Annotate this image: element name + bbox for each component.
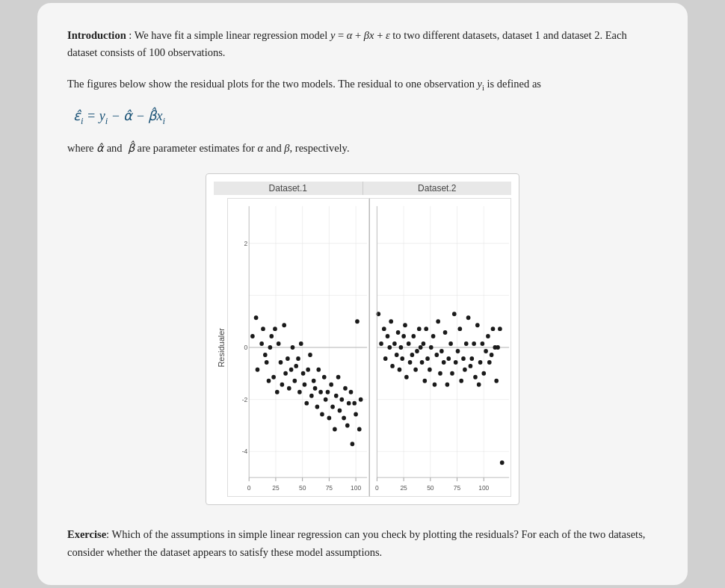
svg-point-58 <box>330 405 335 409</box>
svg-point-145 <box>459 379 463 383</box>
svg-point-117 <box>411 335 416 339</box>
svg-point-132 <box>436 320 440 324</box>
svg-point-111 <box>401 335 406 339</box>
exercise-text: : Which of the assumptions in simple lin… <box>67 528 645 557</box>
svg-point-24 <box>271 375 276 380</box>
svg-text:50: 50 <box>427 484 434 492</box>
svg-text:0: 0 <box>244 344 248 351</box>
main-card: Introduction : We have fit a simple line… <box>37 3 688 585</box>
svg-point-17 <box>259 341 264 346</box>
svg-point-16 <box>256 368 260 372</box>
svg-point-61 <box>336 375 341 380</box>
svg-point-163 <box>491 327 496 332</box>
svg-text:-2: -2 <box>242 396 248 403</box>
svg-point-122 <box>420 360 425 365</box>
formula-block: ε̂i = yi − α̂ − β̂xi <box>67 108 658 127</box>
svg-point-40 <box>299 341 303 346</box>
svg-point-100 <box>383 356 388 361</box>
svg-point-110 <box>400 356 404 361</box>
svg-point-15 <box>254 316 259 321</box>
svg-point-74 <box>359 397 363 402</box>
chart-area: Residualer <box>214 198 511 497</box>
svg-point-19 <box>263 353 268 357</box>
svg-point-138 <box>446 356 451 361</box>
svg-point-123 <box>422 341 426 346</box>
svg-point-165 <box>494 379 499 383</box>
svg-point-56 <box>327 416 332 421</box>
svg-text:25: 25 <box>272 484 280 492</box>
introduction-block: Introduction : We have fit a simple line… <box>67 27 658 61</box>
svg-point-156 <box>478 360 483 365</box>
svg-point-158 <box>481 371 486 376</box>
svg-text:50: 50 <box>299 484 306 492</box>
svg-point-152 <box>472 341 476 346</box>
svg-point-144 <box>458 327 463 332</box>
svg-point-151 <box>469 356 474 361</box>
svg-point-57 <box>329 383 333 387</box>
svg-point-140 <box>450 371 454 376</box>
svg-point-124 <box>423 379 428 383</box>
where-block: where α̂ and β̂ are parameter estimates … <box>67 140 658 157</box>
svg-text:0: 0 <box>247 484 251 492</box>
svg-point-109 <box>399 345 404 350</box>
svg-point-50 <box>316 368 321 372</box>
svg-point-146 <box>461 356 466 361</box>
svg-point-64 <box>342 416 346 421</box>
svg-point-108 <box>398 368 402 372</box>
svg-point-166 <box>496 345 500 350</box>
svg-point-55 <box>326 390 330 394</box>
svg-point-141 <box>452 312 457 317</box>
svg-point-36 <box>292 379 297 383</box>
svg-point-107 <box>396 331 401 335</box>
plot-panel-2: 0 25 50 75 100 <box>369 198 511 497</box>
svg-point-23 <box>269 335 274 339</box>
chart-container: Dataset.1 Dataset.2 Residualer <box>206 173 519 505</box>
svg-point-157 <box>481 341 485 346</box>
dataset1-title: Dataset.1 <box>214 182 362 195</box>
svg-point-102 <box>388 345 392 350</box>
svg-point-65 <box>343 386 348 391</box>
svg-point-125 <box>424 327 428 332</box>
svg-point-129 <box>431 335 436 339</box>
svg-text:2: 2 <box>244 240 248 247</box>
residual-definition-sentence: The figures below show the residual plot… <box>67 75 658 94</box>
svg-point-20 <box>265 360 269 365</box>
svg-point-135 <box>442 360 446 365</box>
svg-point-112 <box>403 324 407 328</box>
svg-point-106 <box>395 353 399 357</box>
svg-point-60 <box>334 394 339 398</box>
svg-point-120 <box>417 327 422 332</box>
svg-point-133 <box>438 371 442 376</box>
svg-point-147 <box>463 368 467 372</box>
svg-point-32 <box>286 356 290 361</box>
exercise-block: Exercise: Which of the assumptions in si… <box>67 526 658 560</box>
svg-text:100: 100 <box>351 484 361 492</box>
svg-point-41 <box>301 371 306 376</box>
svg-point-38 <box>296 356 300 361</box>
svg-point-150 <box>469 364 473 368</box>
svg-point-35 <box>291 345 295 350</box>
svg-point-118 <box>413 368 418 372</box>
svg-point-43 <box>304 401 309 406</box>
svg-point-121 <box>419 345 423 350</box>
svg-point-63 <box>339 397 344 402</box>
svg-point-134 <box>439 349 444 353</box>
svg-point-31 <box>283 371 288 376</box>
svg-point-104 <box>390 364 395 368</box>
svg-point-52 <box>320 412 324 417</box>
svg-point-114 <box>407 341 411 346</box>
svg-point-59 <box>333 427 337 432</box>
svg-point-46 <box>309 394 314 398</box>
svg-text:75: 75 <box>454 484 461 492</box>
svg-point-149 <box>466 316 471 321</box>
svg-point-27 <box>277 341 281 346</box>
svg-point-67 <box>347 401 351 406</box>
svg-point-70 <box>352 401 357 406</box>
svg-point-37 <box>294 364 298 368</box>
svg-point-127 <box>428 368 432 372</box>
svg-point-45 <box>308 353 312 357</box>
svg-point-105 <box>392 341 397 346</box>
svg-point-22 <box>268 345 273 350</box>
exercise-label: Exercise <box>67 528 106 540</box>
svg-point-113 <box>404 375 409 380</box>
